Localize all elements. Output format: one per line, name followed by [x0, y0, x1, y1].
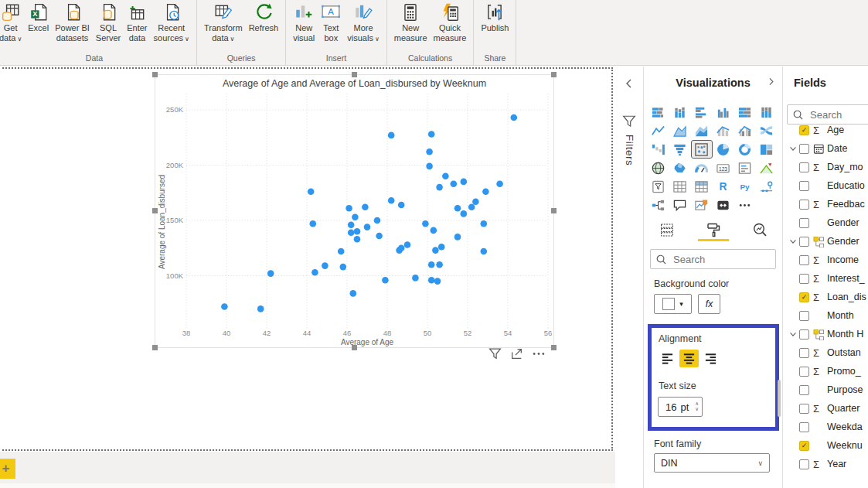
ribbon-excel-button[interactable]: XExcel	[25, 2, 52, 34]
viz-type-line-and-stacked-column-chart-icon[interactable]	[713, 122, 734, 139]
field-row-weekda[interactable]: Weekda	[783, 418, 868, 436]
field-row-gender[interactable]: Gender	[783, 232, 868, 251]
focus-mode-icon[interactable]	[510, 347, 523, 360]
viz-type-gauge-icon[interactable]	[692, 159, 712, 176]
resize-handle[interactable]	[551, 72, 557, 77]
viz-type-scatter-chart-icon[interactable]	[692, 141, 712, 158]
viz-type-treemap-icon[interactable]	[757, 141, 777, 158]
format-pane-scrollbar[interactable]	[778, 380, 781, 417]
viz-type-decomposition-tree-icon[interactable]	[648, 196, 669, 213]
field-checkbox[interactable]: ✓	[799, 125, 809, 135]
ribbon-publish-button[interactable]: Publish	[478, 2, 512, 34]
more-options-icon[interactable]	[532, 347, 546, 360]
viz-type-pie-chart-icon[interactable]	[713, 141, 734, 158]
format-tab[interactable]	[704, 220, 723, 241]
resize-handle[interactable]	[551, 345, 557, 350]
ribbon-power-bi-datasets-button[interactable]: Power BI datasets	[52, 2, 93, 43]
ribbon-new-measure-button[interactable]: New measure	[391, 2, 431, 43]
stepper-down-icon[interactable]: ∨	[695, 407, 699, 412]
expand-filters-chevron-icon[interactable]	[623, 77, 635, 90]
field-checkbox[interactable]	[799, 200, 809, 210]
field-checkbox[interactable]	[799, 274, 809, 284]
resize-handle[interactable]	[352, 345, 357, 350]
field-checkbox[interactable]	[799, 144, 809, 154]
stepper-arrows[interactable]: ∧∨	[695, 401, 699, 412]
collapse-visualizations-chevron-icon[interactable]	[766, 77, 776, 87]
field-row-month[interactable]: Month	[783, 306, 868, 325]
format-search-input[interactable]	[672, 253, 771, 266]
field-row-interest_[interactable]: ΣInterest_	[783, 269, 868, 288]
ribbon-quick-measure-button[interactable]: Quick measure	[431, 2, 470, 43]
ribbon-recent-sources-button[interactable]: Recent sources∨	[151, 2, 192, 43]
format-search-box[interactable]	[650, 249, 776, 269]
viz-type-stacked-column-chart-icon[interactable]	[670, 104, 690, 121]
field-row-weeknu[interactable]: ✓Weeknu	[783, 436, 868, 455]
viz-type-more-visuals-ellipsis-icon[interactable]	[735, 196, 755, 213]
field-row-day_mo[interactable]: ΣDay_mo	[783, 158, 868, 176]
chevron-down-icon[interactable]	[788, 144, 799, 153]
viz-type-map-icon[interactable]	[648, 159, 669, 176]
visual-filter-icon[interactable]	[488, 347, 502, 360]
align-center-button[interactable]	[679, 350, 699, 367]
font-family-dropdown[interactable]: DIN ∨	[654, 453, 770, 473]
chevron-down-icon[interactable]	[788, 329, 799, 339]
field-checkbox[interactable]	[799, 404, 809, 414]
field-checkbox[interactable]: ✓	[799, 441, 809, 451]
field-checkbox[interactable]	[799, 255, 809, 265]
viz-type-stacked-bar-chart-icon[interactable]	[648, 104, 669, 121]
field-checkbox[interactable]	[799, 459, 809, 469]
ribbon-transform-data-button[interactable]: Transform data∨	[201, 2, 246, 43]
text-size-stepper[interactable]: 16 pt ∧∨	[658, 397, 703, 417]
viz-type-100-stacked-bar-chart-icon[interactable]	[735, 104, 755, 121]
field-row-loan_dis[interactable]: ✓ΣLoan_dis	[783, 288, 868, 306]
viz-type-arcgis-map-icon[interactable]	[692, 196, 712, 213]
field-row-feedbac[interactable]: ΣFeedbac	[783, 195, 868, 213]
viz-type-line-chart-icon[interactable]	[648, 122, 669, 139]
ribbon-enter-data-button[interactable]: Enter data	[124, 2, 150, 43]
viz-type-python-visual-icon[interactable]: Py	[735, 178, 755, 195]
viz-type-r-script-visual-icon[interactable]: R	[713, 178, 734, 195]
resize-handle[interactable]	[152, 345, 158, 350]
ribbon-new-visual-button[interactable]: New visual	[290, 2, 318, 43]
align-right-button[interactable]	[701, 350, 720, 367]
viz-type-slicer-icon[interactable]	[648, 178, 669, 195]
viz-type-line-and-clustered-column-chart-icon[interactable]	[735, 122, 755, 139]
field-checkbox[interactable]	[799, 218, 809, 228]
ribbon-get-data-button[interactable]: Get data∨	[0, 2, 25, 43]
field-checkbox[interactable]	[799, 237, 809, 247]
field-row-promo_[interactable]: ΣPromo_	[783, 362, 868, 381]
field-checkbox[interactable]	[799, 385, 809, 395]
viz-type-clustered-column-chart-icon[interactable]	[713, 104, 734, 121]
field-row-date[interactable]: Date	[783, 139, 868, 158]
viz-type-stacked-area-chart-icon[interactable]	[692, 122, 712, 139]
field-checkbox[interactable]	[799, 348, 809, 358]
viz-type-ribbon-chart-icon[interactable]	[757, 122, 777, 139]
ribbon-more-visuals-button[interactable]: More visuals∨	[344, 2, 382, 43]
viz-type-100-stacked-column-chart-icon[interactable]	[757, 104, 777, 121]
background-color-picker[interactable]: ▾	[654, 294, 692, 314]
conditional-formatting-button[interactable]: fx	[698, 294, 720, 314]
resize-handle[interactable]	[152, 208, 158, 213]
resize-handle[interactable]	[352, 72, 357, 77]
scatter-chart-visual[interactable]: Average of Age and Average of Loan_disbu…	[155, 74, 554, 348]
analytics-tab[interactable]	[751, 220, 769, 241]
field-row-outstan[interactable]: ΣOutstan	[783, 343, 868, 362]
field-row-income[interactable]: ΣIncome	[783, 251, 868, 269]
viz-type-kpi-icon[interactable]	[757, 159, 777, 176]
field-row-purpose[interactable]: Purpose	[783, 381, 868, 399]
field-checkbox[interactable]	[799, 329, 809, 340]
field-row-educatio[interactable]: Educatio	[783, 176, 868, 195]
viz-type-card-icon[interactable]: 123	[713, 159, 734, 176]
ribbon-text-box-button[interactable]: AText box	[318, 2, 344, 43]
ribbon-refresh-button[interactable]: Refresh	[246, 2, 282, 34]
field-row-quarter[interactable]: ΣQuarter	[783, 399, 868, 418]
field-checkbox[interactable]	[799, 367, 809, 377]
field-checkbox[interactable]: ✓	[799, 292, 809, 302]
viz-type-waterfall-chart-icon[interactable]	[648, 141, 669, 158]
new-page-button[interactable]: +	[0, 459, 15, 479]
viz-type-funnel-chart-icon[interactable]	[670, 141, 690, 158]
resize-handle[interactable]	[551, 208, 557, 213]
field-row-year[interactable]: ΣYear	[783, 455, 868, 473]
field-checkbox[interactable]	[799, 422, 809, 432]
field-checkbox[interactable]	[799, 181, 809, 191]
